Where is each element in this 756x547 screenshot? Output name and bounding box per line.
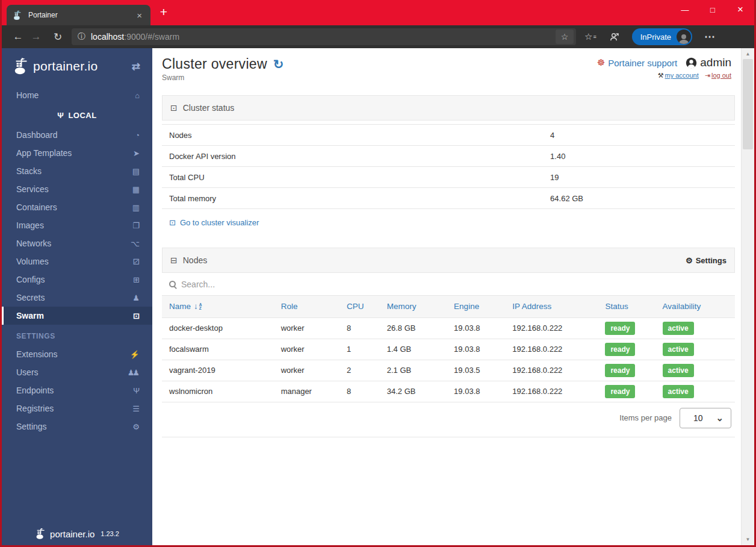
favorites-bar-icon[interactable]: ☆≡: [584, 31, 596, 42]
pagination: Items per page 10 ⌄: [162, 402, 735, 437]
table-row: vagrant-2019 worker 2 2.1 GB 19.03.5 192…: [162, 360, 735, 381]
availability-badge: active: [663, 364, 694, 377]
table-row: wslnomicron manager 8 34.2 GB 19.03.8 19…: [162, 381, 735, 402]
node-engine: 19.03.8: [447, 381, 505, 402]
window-controls: — □ ×: [671, 0, 754, 19]
tab-close-icon[interactable]: ×: [134, 10, 144, 20]
cluster-status-header: ⊡ Cluster status: [162, 95, 735, 120]
browser-menu-icon[interactable]: ⋯: [704, 30, 715, 43]
sidebar-item-containers[interactable]: Containers ▥: [2, 198, 152, 216]
scroll-down-icon[interactable]: ▼: [742, 534, 754, 545]
sidebar-logo[interactable]: portainer.io ⇄: [2, 48, 152, 86]
items-per-page-label: Items per page: [619, 413, 672, 422]
node-availability: active: [655, 339, 735, 360]
inprivate-badge[interactable]: InPrivate: [632, 28, 692, 45]
back-icon[interactable]: ←: [9, 31, 27, 43]
nodes-table: Name↓AZ Role CPU Memory Engine IP Addres…: [162, 296, 735, 402]
node-status: ready: [598, 317, 655, 339]
column-header-status[interactable]: Status: [598, 296, 655, 317]
add-favorite-star-icon[interactable]: ☆: [556, 30, 574, 44]
tab-title: Portainer: [28, 11, 134, 19]
sidebar-item-app-templates[interactable]: App Templates ➤: [2, 144, 152, 162]
node-cpu: 2: [339, 360, 380, 381]
new-tab-button[interactable]: +: [156, 5, 172, 19]
scroll-up-icon[interactable]: ▲: [742, 48, 754, 60]
search-input[interactable]: [181, 280, 728, 289]
node-role: worker: [274, 317, 339, 339]
portainer-support-link[interactable]: ☸ Portainer support: [597, 57, 678, 68]
node-availability: active: [655, 317, 735, 339]
table-row: focalswarm worker 1 1.4 GB 19.03.8 192.1…: [162, 339, 735, 360]
table-header-row: Name↓AZ Role CPU Memory Engine IP Addres…: [162, 296, 735, 317]
page-scrollbar[interactable]: ▲ ▼: [741, 48, 754, 545]
username: admin: [700, 56, 731, 69]
column-header-memory[interactable]: Memory: [380, 296, 447, 317]
column-header-availability[interactable]: Availability: [655, 296, 735, 317]
close-button[interactable]: ×: [727, 0, 754, 19]
browser-tab[interactable]: Portainer ×: [7, 5, 150, 25]
availability-badge: active: [663, 343, 694, 356]
sidebar-item-configs[interactable]: Configs ⊞: [2, 270, 152, 289]
sidebar-item-networks[interactable]: Networks ⌥: [2, 234, 152, 252]
reload-icon[interactable]: ↻: [49, 31, 67, 43]
cluster-visualizer-link[interactable]: ⊡ Go to cluster visualizer: [162, 209, 735, 239]
sidebar-item-settings[interactable]: Settings ⚙: [2, 417, 152, 436]
column-header-role[interactable]: Role: [274, 296, 339, 317]
status-badge: ready: [605, 322, 635, 335]
sidebar-footer: portainer.io 1.23.2: [2, 528, 152, 540]
user-menu[interactable]: admin: [686, 56, 731, 69]
sidebar-endpoint-local[interactable]: Ψ LOCAL: [2, 104, 152, 126]
footer-logo-text: portainer.io: [50, 529, 94, 539]
scrollbar-thumb[interactable]: [743, 59, 753, 149]
minimize-button[interactable]: —: [671, 0, 699, 19]
sidebar-collapse-icon[interactable]: ⇄: [132, 60, 140, 73]
nodes-settings-button[interactable]: ⚙ Settings: [686, 256, 727, 265]
app-area: portainer.io ⇄ Home ⌂ Ψ LOCAL Dashboard …: [2, 48, 754, 545]
sidebar-item-images[interactable]: Images ❐: [2, 216, 152, 234]
user-secret-icon: ♟: [132, 293, 138, 302]
site-info-icon[interactable]: ⓘ: [78, 31, 85, 42]
row-label: Total CPU: [162, 167, 543, 188]
portainer-logo-icon: [13, 57, 31, 75]
cogs-icon: ⚙: [132, 422, 138, 431]
footer-version: 1.23.2: [101, 530, 119, 537]
address-bar[interactable]: ⓘ localhost:9000/#/swarm ☆: [72, 28, 576, 45]
sidebar-item-stacks[interactable]: Stacks ▤: [2, 162, 152, 180]
sidebar-item-home[interactable]: Home ⌂: [2, 86, 152, 104]
cubes-icon: ⚂: [133, 257, 138, 266]
sitemap-icon: ⌥: [131, 239, 138, 248]
node-memory: 1.4 GB: [380, 339, 447, 360]
sidebar-item-label: Secrets: [16, 293, 45, 302]
sidebar-item-dashboard[interactable]: Dashboard ◔: [2, 126, 152, 144]
column-header-ip[interactable]: IP Address: [505, 296, 598, 317]
sidebar-item-extensions[interactable]: Extensions ⚡: [2, 345, 152, 363]
column-header-engine[interactable]: Engine: [447, 296, 505, 317]
sidebar-item-label: Volumes: [16, 257, 49, 266]
column-header-cpu[interactable]: CPU: [339, 296, 380, 317]
forward-icon[interactable]: →: [27, 31, 45, 43]
clone-icon: ❐: [132, 221, 138, 230]
profile-share-icon[interactable]: [609, 31, 620, 43]
sidebar: portainer.io ⇄ Home ⌂ Ψ LOCAL Dashboard …: [2, 48, 152, 545]
log-out-link[interactable]: ⇥log out: [705, 72, 731, 80]
node-name-link[interactable]: focalswarm: [162, 339, 274, 360]
sidebar-item-secrets[interactable]: Secrets ♟: [2, 289, 152, 307]
node-name-link[interactable]: wslnomicron: [162, 381, 274, 402]
node-name-link[interactable]: vagrant-2019: [162, 360, 274, 381]
node-name-link[interactable]: docker-desktop: [162, 317, 274, 339]
sidebar-item-users[interactable]: Users ♟♟: [2, 363, 152, 381]
sidebar-item-services[interactable]: Services ▦: [2, 180, 152, 198]
sidebar-item-endpoints[interactable]: Endpoints Ψ: [2, 381, 152, 399]
maximize-button[interactable]: □: [699, 0, 727, 19]
sidebar-item-label: Settings: [16, 422, 47, 431]
bolt-icon: ⚡: [130, 350, 138, 359]
my-account-link[interactable]: ⚒my account: [658, 72, 699, 80]
row-value: 1.40: [543, 146, 735, 167]
sidebar-item-swarm[interactable]: Swarm ⊡: [2, 307, 152, 325]
column-header-name[interactable]: Name↓AZ: [162, 296, 274, 317]
object-group-icon: ⊡: [133, 311, 138, 320]
sidebar-item-volumes[interactable]: Volumes ⚂: [2, 252, 152, 270]
refresh-icon[interactable]: ↻: [273, 57, 284, 72]
sidebar-item-registries[interactable]: Registries ☰: [2, 399, 152, 417]
items-per-page-select[interactable]: 10 ⌄: [680, 408, 731, 428]
